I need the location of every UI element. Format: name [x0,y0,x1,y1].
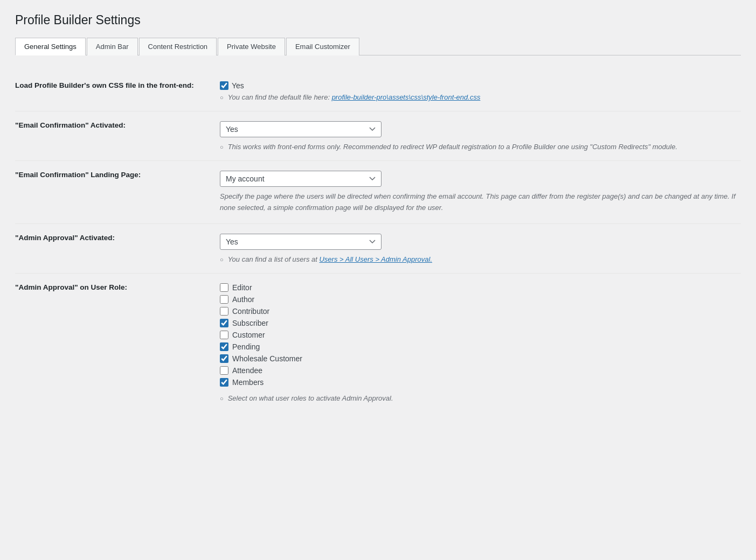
role-label-wholesale: Wholesale Customer [232,354,302,363]
row-admin-approval: "Admin Approval" Activated: Yes No ○ You… [15,224,741,274]
role-checkbox-contributor[interactable] [220,307,228,316]
role-item-author: Author [220,295,736,304]
role-checkbox-author[interactable] [220,295,228,304]
css-file-checkbox[interactable] [220,81,228,90]
tab-private-website[interactable]: Private Website [218,38,285,55]
row-email-confirmation: "Email Confirmation" Activated: Yes No ○… [15,111,741,161]
role-item-subscriber: Subscriber [220,319,736,327]
role-checkbox-pending[interactable] [220,342,228,351]
email-confirmation-hint-row: ○ This works with front-end forms only. … [220,143,736,151]
email-confirmation-hint: This works with front-end forms only. Re… [228,143,677,151]
role-item-contributor: Contributor [220,307,736,316]
role-list: Editor Author Contributor Subscriber [220,283,736,387]
hint-bullet-1: ○ [220,94,224,101]
role-item-wholesale: Wholesale Customer [220,354,736,363]
admin-approval-hint-prefix: You can find a list of users at [228,255,320,263]
css-file-link[interactable]: profile-builder-pro\assets\css\style-fro… [332,93,481,101]
role-item-customer: Customer [220,331,736,339]
hint-bullet-4: ○ [220,395,224,402]
tab-general-settings[interactable]: General Settings [15,38,86,55]
css-file-hint: ○ You can find the default file here: pr… [220,93,736,101]
email-confirmation-label: "Email Confirmation" Activated: [15,121,126,129]
email-confirmation-select[interactable]: Yes No [220,121,382,137]
page-wrap: Profile Builder Settings General Setting… [0,0,756,425]
tab-admin-bar[interactable]: Admin Bar [87,38,138,55]
admin-approval-label: "Admin Approval" Activated: [15,234,115,242]
roles-hint-text: Select on what user roles to activate Ad… [228,394,393,402]
role-item-attendee: Attendee [220,366,736,375]
tab-email-customizer[interactable]: Email Customizer [286,38,359,55]
role-label-attendee: Attendee [232,366,262,375]
role-label-contributor: Contributor [232,307,269,316]
role-checkbox-subscriber[interactable] [220,319,228,327]
css-file-label: Load Profile Builder's own CSS file in t… [15,81,194,89]
hint-bullet-3: ○ [220,256,224,263]
role-label-editor: Editor [232,283,252,292]
css-file-hint-text: You can find the default file here: [228,93,330,101]
role-item-members: Members [220,378,736,387]
role-item-editor: Editor [220,283,736,292]
user-roles-label: "Admin Approval" on User Role: [15,283,127,291]
role-label-customer: Customer [232,331,265,339]
hint-bullet-2: ○ [220,144,224,150]
landing-page-hint: Specify the page where the users will be… [220,191,736,214]
roles-hint-row: ○ Select on what user roles to activate … [220,394,736,402]
css-file-checkbox-row: Yes [220,81,736,90]
admin-approval-link[interactable]: Users > All Users > Admin Approval. [319,255,432,263]
page-title: Profile Builder Settings [15,13,741,27]
row-user-roles: "Admin Approval" on User Role: Editor Au… [15,274,741,412]
role-label-pending: Pending [232,342,260,351]
css-file-checkbox-label: Yes [232,81,244,90]
admin-approval-select[interactable]: Yes No [220,234,382,250]
role-label-members: Members [232,378,263,387]
settings-table: Load Profile Builder's own CSS file in t… [15,72,741,412]
landing-page-label: "Email Confirmation" Landing Page: [15,171,141,179]
row-css-file: Load Profile Builder's own CSS file in t… [15,72,741,111]
role-checkbox-customer[interactable] [220,331,228,339]
role-item-pending: Pending [220,342,736,351]
tabs-bar: General Settings Admin Bar Content Restr… [15,37,741,55]
role-checkbox-wholesale[interactable] [220,354,228,363]
admin-approval-hint-row: ○ You can find a list of users at Users … [220,255,736,263]
row-landing-page: "Email Confirmation" Landing Page: My ac… [15,161,741,224]
landing-page-select[interactable]: My account Home Register [220,171,382,187]
role-checkbox-editor[interactable] [220,283,228,292]
role-checkbox-members[interactable] [220,378,228,387]
role-label-subscriber: Subscriber [232,319,268,327]
role-label-author: Author [232,295,254,304]
role-checkbox-attendee[interactable] [220,366,228,375]
tab-content-restriction[interactable]: Content Restriction [139,38,217,55]
